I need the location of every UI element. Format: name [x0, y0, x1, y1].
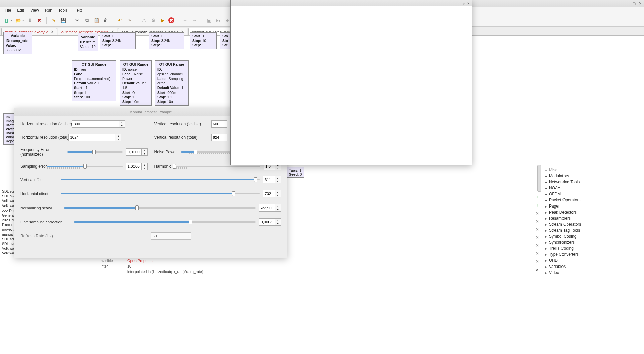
vres-total-input[interactable] [211, 134, 227, 141]
vertical-offset-slider[interactable] [61, 177, 260, 183]
category-pager[interactable]: Pager [543, 203, 643, 209]
category-misc[interactable]: Misc [543, 167, 643, 173]
new-icon[interactable]: ▥ [3, 17, 10, 24]
category-uhd[interactable]: UHD [543, 257, 643, 263]
menu-edit[interactable]: Edit [14, 7, 27, 13]
category-variables[interactable]: Variables [543, 263, 643, 270]
menu-help[interactable]: Help [71, 7, 85, 13]
hres-visible-input[interactable] [72, 120, 119, 128]
category-ofdm[interactable]: OFDM [543, 191, 643, 197]
freq-error-slider[interactable] [67, 149, 123, 155]
block-range-1[interactable]: Start: 0 Stop: 3.24k Step: 1 [100, 32, 136, 49]
block-qt-range-epsilon[interactable]: QT GUI Range ID: epsilon_channel Label: … [155, 60, 189, 106]
open-properties-link[interactable]: Open Properties [127, 259, 154, 263]
block-variable-samp-rate[interactable]: Variable ID: samp_rate Value: 383.386M [3, 32, 32, 54]
save-icon[interactable]: 💾 [59, 17, 67, 24]
block-qt-range-freq[interactable]: QT GUI Range ID: freq Label: Frequenc...… [72, 60, 116, 101]
close-icon[interactable]: ✕ [638, 1, 642, 5]
remove-icon[interactable]: ✕ [534, 267, 540, 272]
menu-view[interactable]: View [28, 7, 42, 13]
vertical-offset-label: Vertical offset [20, 178, 54, 182]
remove-icon[interactable]: ✕ [534, 211, 540, 216]
delete-icon[interactable]: 🗑 [102, 17, 109, 24]
category-type-converters[interactable]: Type Converters [543, 251, 643, 257]
category-packet-operators[interactable]: Packet Operators [543, 197, 643, 203]
tab-close-icon[interactable]: ✕ [50, 30, 53, 34]
menu-run[interactable]: Run [42, 7, 55, 13]
freq-error-input[interactable] [126, 148, 142, 156]
remove-icon[interactable]: ✕ [534, 243, 540, 248]
close-file-icon[interactable]: ✖ [36, 17, 43, 24]
open-icon[interactable]: 📂 [14, 17, 22, 24]
vres-visible-label: Vertical resolution (visible) [154, 122, 211, 126]
menu-file[interactable]: File [2, 7, 14, 13]
open2-icon[interactable]: ⇩ [26, 17, 34, 24]
canvas-scrollbar[interactable] [537, 165, 541, 192]
category-symbol-coding[interactable]: Symbol Coding [543, 233, 643, 239]
remove-icon[interactable]: ✕ [534, 259, 540, 264]
category-noaa[interactable]: NOAA [543, 185, 643, 191]
copy-icon[interactable]: ⧉ [83, 17, 91, 24]
add-icon[interactable]: ＋ [534, 202, 540, 208]
output-preview-window[interactable]: ⤢ ✕ [230, 0, 472, 165]
back-icon[interactable]: ← [181, 17, 189, 24]
remove-icon[interactable]: ✕ [534, 235, 540, 240]
category-modulators[interactable]: Modulators [543, 173, 643, 179]
hres-total-input[interactable] [68, 134, 115, 141]
remove-icon[interactable]: ✕ [534, 219, 540, 224]
block-range-4[interactable]: Sto Sto Ste [220, 32, 231, 49]
sampling-error-label: Sampling error [20, 164, 47, 169]
skip-back-icon[interactable]: ⏮ [215, 17, 222, 24]
undo-icon[interactable]: ↶ [116, 17, 124, 24]
fine-sampling-label: Fine sampling correction [20, 220, 67, 224]
category-synchronizers[interactable]: Synchronizers [543, 239, 643, 245]
preview-expand-icon[interactable]: ⤢ [462, 2, 465, 5]
spin-arrows[interactable]: ▲▼ [115, 134, 121, 141]
block-range-3[interactable]: Start: 1 Stop: 10 Step: 1 [190, 32, 217, 49]
vres-visible-input[interactable] [211, 120, 227, 128]
paste-icon[interactable]: 📋 [93, 17, 100, 24]
group-icon[interactable]: ▣ [205, 17, 213, 24]
build-icon[interactable]: ⚙ [150, 17, 157, 24]
spin-arrows[interactable]: ▲▼ [119, 120, 125, 128]
category-video[interactable]: Video [543, 270, 643, 276]
category-trellis-coding[interactable]: Trellis Coding [543, 245, 643, 251]
property-panel: hvisibleOpen Properties inter10 interpol… [101, 258, 288, 274]
remove-icon[interactable]: ✕ [534, 227, 540, 232]
warn-icon[interactable]: ⚠ [140, 17, 148, 24]
category-peak-detectors[interactable]: Peak Detectors [543, 209, 643, 215]
sampling-error-input[interactable] [126, 163, 142, 170]
category-stream-operators[interactable]: Stream Operators [543, 221, 643, 227]
horizontal-offset-input[interactable] [263, 190, 275, 197]
harmonic-label: Harmonic [154, 164, 174, 169]
fwd-icon[interactable]: → [191, 17, 198, 24]
block-range-2[interactable]: Start: 0 Stop: 3.24k Step: 1 [149, 32, 184, 49]
category-stream-tag-tools[interactable]: Stream Tag Tools [543, 227, 643, 233]
category-networking-tools[interactable]: Networking Tools [543, 179, 643, 185]
horizontal-offset-label: Horizontal offset [20, 192, 54, 196]
minimize-icon[interactable]: — [626, 1, 630, 5]
add-icon[interactable]: ＋ [534, 194, 540, 200]
block-taps-seed[interactable]: Taps: 1 Seed: 0 [287, 167, 304, 178]
cut-icon[interactable]: ✂ [74, 17, 81, 24]
noise-power-label: Noise Power [154, 150, 181, 154]
normalizing-scalar-input[interactable] [259, 204, 275, 212]
remove-icon[interactable]: ✕ [534, 251, 540, 256]
edit-icon[interactable]: ✎ [50, 17, 57, 24]
menu-tools[interactable]: Tools [56, 7, 70, 13]
redo-icon[interactable]: ↷ [126, 17, 133, 24]
vertical-offset-input[interactable] [263, 176, 275, 183]
block-qt-range-noise[interactable]: QT GUI Range ID: noise Label: Noise Powe… [120, 60, 152, 106]
block-variable-decim[interactable]: Variable ID: decim Value: 10 [78, 33, 98, 51]
play-icon[interactable]: ▶ [159, 17, 166, 24]
preview-close-icon[interactable]: ✕ [467, 2, 470, 5]
sampling-error-slider[interactable] [47, 163, 123, 169]
horizontal-offset-slider[interactable] [61, 191, 260, 197]
fine-sampling-slider[interactable] [74, 219, 256, 225]
normalizing-scalar-slider[interactable] [64, 205, 256, 211]
refresh-rate-input[interactable] [151, 232, 191, 240]
stop-icon[interactable]: ✖ [168, 17, 174, 23]
fine-sampling-input[interactable] [259, 218, 275, 226]
category-resamplers[interactable]: Resamplers [543, 215, 643, 221]
maximize-icon[interactable]: ▢ [632, 1, 636, 5]
